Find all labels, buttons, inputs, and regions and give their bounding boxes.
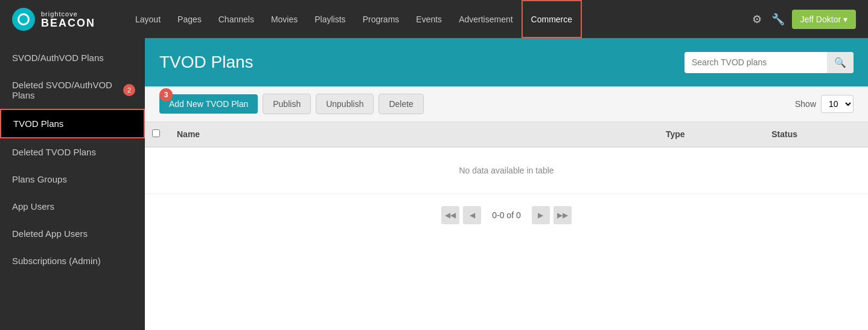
nav-commerce[interactable]: Commerce	[522, 0, 582, 38]
tvod-table: Name Type Status No data available in ta…	[145, 122, 868, 194]
settings-icon-btn[interactable]: ⚙	[750, 10, 764, 28]
show-label: Show	[795, 99, 816, 109]
show-select[interactable]: 10 25 50	[821, 95, 854, 113]
table-header-row: Name Type Status	[145, 122, 868, 147]
page-info: 0-0 of 0	[485, 210, 528, 220]
nav-right: ⚙ 🔧 Jeff Doktor ▾	[750, 10, 856, 29]
add-tvod-plan-button[interactable]: Add New TVOD Plan	[159, 94, 258, 114]
nav-pages[interactable]: Pages	[169, 0, 210, 38]
add-btn-wrap: 3 Add New TVOD Plan	[159, 94, 258, 114]
sidebar: SVOD/AuthVOD Plans Deleted SVOD/AuthVOD …	[0, 38, 145, 330]
page-last-btn[interactable]: ▶▶	[554, 206, 572, 224]
nav-programs[interactable]: Programs	[354, 0, 408, 38]
page-prev-btn[interactable]: ◀	[463, 206, 481, 224]
col-type-header: Type	[656, 122, 762, 147]
nav-playlists[interactable]: Playlists	[306, 0, 354, 38]
search-box: 🔍	[685, 52, 854, 73]
user-menu-btn[interactable]: Jeff Doktor ▾	[792, 10, 856, 29]
nav-links: Layout Pages Channels Movies Playlists P…	[127, 0, 750, 38]
sidebar-item-deleted-tvod[interactable]: Deleted TVOD Plans	[0, 138, 145, 166]
page-next-btn[interactable]: ▶	[532, 206, 550, 224]
sidebar-item-deleted-svod[interactable]: Deleted SVOD/AuthVOD Plans 2	[0, 71, 145, 109]
app-body: SVOD/AuthVOD Plans Deleted SVOD/AuthVOD …	[0, 38, 868, 330]
logo-icon	[12, 8, 35, 31]
select-all-checkbox[interactable]	[152, 129, 160, 137]
nav-advertisement[interactable]: Advertisement	[450, 0, 521, 38]
pagination: ◀◀ ◀ 0-0 of 0 ▶ ▶▶	[145, 194, 868, 236]
empty-table-row: No data available in table	[145, 147, 868, 194]
toolbar: 3 Add New TVOD Plan Publish Unpublish De…	[145, 86, 868, 122]
publish-button[interactable]: Publish	[263, 94, 311, 114]
sidebar-item-tvod[interactable]: TVOD Plans	[0, 109, 145, 138]
nav-layout[interactable]: Layout	[127, 0, 169, 38]
nav-channels[interactable]: Channels	[210, 0, 263, 38]
step-badge-add: 3	[159, 88, 173, 102]
top-navigation: brightcove BEACON Layout Pages Channels …	[0, 0, 868, 38]
search-input[interactable]	[685, 53, 827, 72]
sidebar-item-svod[interactable]: SVOD/AuthVOD Plans	[0, 44, 145, 71]
page-first-btn[interactable]: ◀◀	[441, 206, 459, 224]
table-area: Name Type Status No data available in ta…	[145, 122, 868, 330]
search-button[interactable]: 🔍	[827, 52, 854, 73]
sidebar-item-subscriptions-admin[interactable]: Subscriptions (Admin)	[0, 247, 145, 274]
sidebar-item-deleted-app-users[interactable]: Deleted App Users	[0, 220, 145, 247]
delete-button[interactable]: Delete	[378, 94, 423, 114]
sidebar-item-plans-groups[interactable]: Plans Groups	[0, 166, 145, 193]
logo-text: brightcove BEACON	[41, 10, 95, 28]
logo: brightcove BEACON	[12, 8, 109, 31]
sidebar-deleted-svod-badge: 2	[123, 84, 135, 96]
nav-events[interactable]: Events	[407, 0, 450, 38]
empty-table-message: No data available in table	[145, 147, 868, 194]
show-control: Show 10 25 50	[795, 95, 854, 113]
main-content: TVOD Plans 🔍 3 Add New TVOD Plan Publish…	[145, 38, 868, 330]
unpublish-button[interactable]: Unpublish	[316, 94, 374, 114]
nav-movies[interactable]: Movies	[263, 0, 306, 38]
logo-brand: brightcove	[41, 10, 95, 18]
col-status-header: Status	[762, 122, 868, 147]
tools-icon-btn[interactable]: 🔧	[769, 10, 787, 28]
content-header: TVOD Plans 🔍	[145, 38, 868, 86]
col-name-header: Name	[167, 122, 656, 147]
sidebar-item-app-users[interactable]: App Users	[0, 193, 145, 220]
logo-product: BEACON	[41, 18, 95, 28]
page-title: TVOD Plans	[159, 53, 254, 72]
col-checkbox	[145, 122, 167, 147]
